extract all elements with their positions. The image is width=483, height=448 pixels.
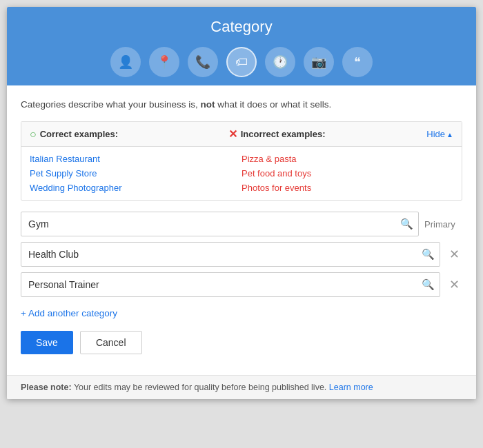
table-row: 🔍 Primary	[21, 212, 462, 236]
list-item: Pizza & pasta	[241, 154, 453, 164]
category-inputs: 🔍 Primary 🔍 ✕ 🔍 ✕	[21, 212, 462, 297]
primary-label: Primary	[424, 219, 462, 230]
hide-link[interactable]: Hide	[426, 129, 453, 139]
list-item: Pet Supply Store	[30, 168, 241, 179]
footer-text: Your edits may be reviewed for quality b…	[72, 383, 327, 392]
modal-content: Categories describe what your business i…	[7, 85, 476, 375]
list-item: Pet food and toys	[241, 168, 453, 179]
nav-icons-row: 👤 📍 📞 🏷 🕐 📷 ❝	[110, 47, 373, 85]
examples-box: ○ Correct examples: ✕ Incorrect examples…	[21, 121, 462, 201]
modal-title: Category	[210, 18, 272, 36]
incorrect-icon: ✕	[228, 128, 237, 141]
table-row: 🔍 ✕	[21, 272, 462, 297]
footer-note: Please note: Your edits may be reviewed …	[7, 375, 476, 399]
footer-bold: Please note:	[21, 383, 72, 392]
add-category-link[interactable]: + Add another category	[21, 308, 117, 318]
action-buttons: Save Cancel	[21, 331, 462, 354]
category-input-wrapper: 🔍	[21, 242, 440, 267]
examples-body: Italian Restaurant Pet Supply Store Wedd…	[21, 147, 462, 200]
save-button[interactable]: Save	[21, 331, 73, 354]
remove-personal-trainer-button[interactable]: ✕	[446, 278, 462, 291]
clock-icon[interactable]: 🕐	[265, 47, 295, 77]
search-icon-personal-trainer[interactable]: 🔍	[422, 278, 435, 291]
chevron-up-icon	[446, 129, 453, 139]
person-icon[interactable]: 👤	[110, 47, 141, 77]
correct-icon: ○	[30, 128, 37, 141]
modal-header: Category 👤 📍 📞 🏷 🕐 📷 ❝	[7, 7, 476, 85]
category-input-wrapper: 🔍	[21, 272, 440, 297]
examples-header: ○ Correct examples: ✕ Incorrect examples…	[21, 122, 462, 147]
table-row: 🔍 ✕	[21, 242, 462, 267]
correct-label: ○ Correct examples:	[30, 128, 228, 141]
list-item: Italian Restaurant	[30, 154, 241, 164]
learn-more-link[interactable]: Learn more	[329, 383, 373, 392]
phone-icon[interactable]: 📞	[188, 47, 218, 77]
category-input-wrapper: 🔍	[21, 212, 419, 236]
incorrect-examples: Pizza & pasta Pet food and toys Photos f…	[241, 154, 453, 193]
search-icon-health-club[interactable]: 🔍	[422, 248, 435, 261]
camera-icon[interactable]: 📷	[304, 47, 334, 77]
cancel-button[interactable]: Cancel	[80, 331, 142, 354]
category-description: Categories describe what your business i…	[21, 98, 462, 112]
search-icon-gym[interactable]: 🔍	[400, 218, 413, 230]
correct-examples: Italian Restaurant Pet Supply Store Wedd…	[30, 154, 241, 193]
quote-icon[interactable]: ❝	[342, 47, 373, 77]
tag-icon[interactable]: 🏷	[226, 47, 257, 77]
category-input-personal-trainer[interactable]	[21, 272, 440, 297]
category-input-health-club[interactable]	[21, 242, 440, 267]
list-item: Photos for events	[241, 183, 453, 193]
incorrect-label: ✕ Incorrect examples:	[228, 128, 427, 141]
category-input-gym[interactable]	[21, 212, 419, 236]
location-icon[interactable]: 📍	[149, 47, 179, 77]
category-modal: Category 👤 📍 📞 🏷 🕐 📷 ❝ Categories descri…	[7, 7, 476, 399]
remove-health-club-button[interactable]: ✕	[446, 248, 462, 261]
list-item: Wedding Photographer	[30, 183, 241, 193]
